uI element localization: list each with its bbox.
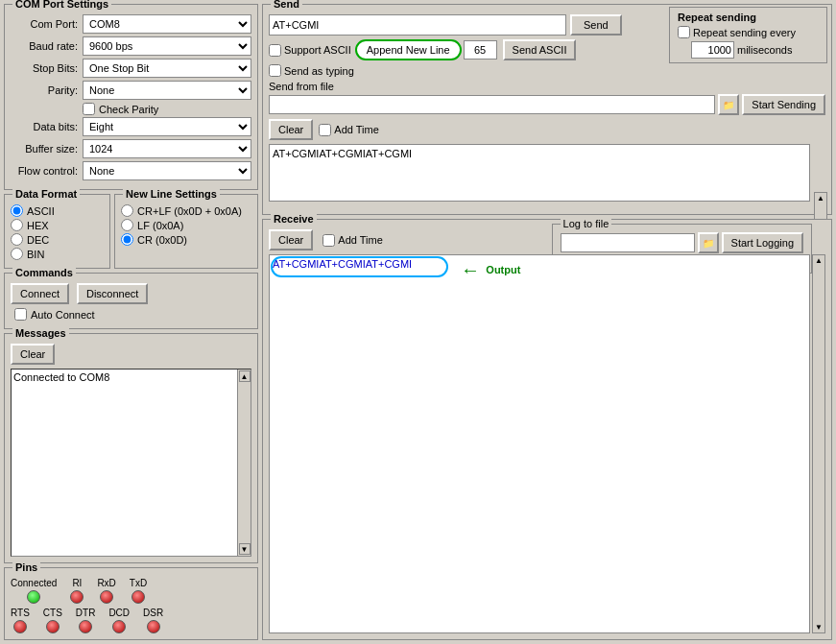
append-new-line-button[interactable]: Append New Line (355, 39, 462, 60)
commands-title: Commands (12, 267, 76, 278)
send-group: Send Repeat sending Repeat sending every… (262, 4, 832, 215)
send-input[interactable] (269, 14, 566, 36)
receive-scroll-down[interactable]: ▼ (815, 623, 823, 632)
pin-dtr-led (79, 620, 92, 633)
com-port-select[interactable]: COM8 (83, 14, 251, 34)
repeat-sending-checkbox[interactable] (678, 26, 690, 38)
receive-group: Receive Log to file 📁 Start Logging Appe… (262, 219, 832, 640)
pins-title: Pins (12, 561, 40, 573)
pin-rts: RTS (11, 608, 30, 633)
data-format-ascii-radio[interactable] (11, 204, 23, 217)
pin-rxd: RxD (97, 578, 115, 604)
disconnect-button[interactable]: Disconnect (77, 283, 148, 304)
messages-group: Messages Clear Connected to COM8 ▲ ▼ (4, 333, 258, 563)
flow-control-label: Flow control: (11, 165, 78, 177)
repeat-interval-input[interactable] (691, 41, 734, 59)
receive-title: Receive (271, 213, 317, 225)
pin-connected-led (27, 590, 40, 604)
data-bits-label: Data bits: (11, 121, 78, 132)
commands-group: Commands Connect Disconnect Auto Connect (4, 273, 258, 329)
parity-select[interactable]: None (83, 81, 251, 100)
data-format-dec-label: DEC (27, 234, 49, 246)
data-format-bin-label: BIN (27, 249, 44, 260)
data-format-ascii-label: ASCII (27, 205, 55, 217)
log-file-input[interactable] (561, 233, 695, 252)
receive-clear-button[interactable]: Clear (269, 229, 313, 250)
pin-connected: Connected (11, 578, 57, 604)
receive-scroll-up[interactable]: ▲ (815, 255, 823, 265)
send-add-time-label: Add Time (334, 124, 378, 135)
messages-title: Messages (12, 327, 69, 339)
auto-connect-checkbox[interactable] (14, 308, 27, 321)
log-to-file-title: Log to file (561, 218, 612, 229)
receive-add-time-checkbox[interactable] (322, 234, 335, 247)
messages-clear-button[interactable]: Clear (11, 344, 55, 365)
pin-rts-led (13, 620, 27, 633)
start-logging-button[interactable]: Start Logging (722, 232, 803, 253)
flow-control-select[interactable]: None (83, 161, 251, 180)
receive-scrollbar[interactable]: ▲ ▼ (812, 254, 825, 633)
send-from-file-label: Send from file (269, 81, 334, 92)
log-browse-button[interactable]: 📁 (698, 232, 719, 253)
receive-output-content: AT+CGMIAT+CGMIAT+CGMI (273, 258, 412, 270)
send-add-time-checkbox[interactable] (319, 124, 331, 136)
buffer-size-label: Buffer size: (11, 143, 78, 155)
pin-cts: CTS (43, 608, 62, 633)
send-scroll-up[interactable]: ▲ (817, 193, 824, 203)
newline-lf-radio[interactable] (121, 219, 133, 231)
pin-txd-led (131, 590, 145, 604)
com-port-settings: COM Port Settings Com Port: COM8 Baud ra… (4, 4, 258, 190)
support-ascii-label: Support ASCII (284, 44, 351, 56)
data-format-group: Data Format ASCII HEX DEC (4, 194, 110, 269)
repeat-sending-title: Repeat sending (678, 12, 819, 23)
com-port-title: COM Port Settings (12, 0, 111, 10)
send-clear-button[interactable]: Clear (269, 119, 313, 140)
start-sending-button[interactable]: Start Sending (742, 94, 825, 115)
buffer-size-select[interactable]: 1024 (83, 139, 251, 158)
data-format-dec-radio[interactable] (11, 233, 23, 246)
baud-rate-label: Baud rate: (11, 40, 78, 52)
send-ascii-button[interactable]: Send ASCII (503, 39, 577, 60)
pin-ri-led (70, 590, 84, 604)
connect-button[interactable]: Connect (11, 283, 69, 304)
send-as-typing-checkbox[interactable] (269, 64, 281, 77)
newline-cr-radio[interactable] (121, 233, 133, 246)
receive-text-content[interactable]: AT+CGMIAT+CGMIAT+CGMI (269, 254, 810, 633)
check-parity-checkbox[interactable] (83, 103, 95, 115)
repeat-sending-label: Repeat sending every (693, 27, 796, 38)
pin-ri: RI (70, 578, 84, 604)
pin-rxd-led (100, 590, 113, 604)
newline-crlf-radio[interactable] (121, 204, 133, 217)
data-format-hex-label: HEX (27, 220, 49, 231)
pin-txd: TxD (130, 578, 147, 604)
data-bits-select[interactable]: Eight (83, 117, 251, 136)
baud-rate-select[interactable]: 9600 bps (83, 36, 251, 56)
messages-scrollbar-down[interactable]: ▼ (239, 543, 251, 555)
newline-cr-label: CR (0x0D) (137, 234, 187, 246)
data-format-hex-radio[interactable] (11, 219, 23, 231)
data-format-bin-radio[interactable] (11, 248, 23, 260)
newline-lf-label: LF (0x0A) (137, 220, 183, 231)
send-button[interactable]: Send (570, 14, 622, 36)
messages-content: Connected to COM8 (13, 371, 109, 383)
send-text-area[interactable]: AT+CGMIAT+CGMIAT+CGMI (269, 144, 810, 202)
file-path-input[interactable] (269, 95, 715, 114)
data-format-title: Data Format (12, 188, 80, 200)
size-input[interactable] (464, 40, 497, 60)
new-line-settings-group: New Line Settings CR+LF (0x0D + 0x0A) LF… (114, 194, 258, 269)
file-browse-button[interactable]: 📁 (718, 94, 739, 115)
pin-dcd-led (112, 620, 126, 633)
support-ascii-checkbox[interactable] (269, 44, 281, 57)
repeat-sending-box: Repeat sending Repeat sending every mili… (669, 7, 827, 63)
messages-scrollbar-up[interactable]: ▲ (239, 370, 251, 382)
output-annotation: ← Output (461, 259, 520, 281)
com-port-label: Com Port: (11, 18, 78, 30)
stop-bits-label: Stop Bits: (11, 62, 78, 74)
new-line-title: New Line Settings (123, 188, 220, 200)
pin-dsr-led (147, 620, 160, 633)
send-title: Send (271, 0, 302, 10)
newline-crlf-label: CR+LF (0x0D + 0x0A) (137, 205, 242, 217)
pin-cts-led (46, 620, 60, 633)
stop-bits-select[interactable]: One Stop Bit (83, 59, 251, 78)
send-text-content-value: AT+CGMIAT+CGMIAT+CGMI (273, 148, 412, 159)
